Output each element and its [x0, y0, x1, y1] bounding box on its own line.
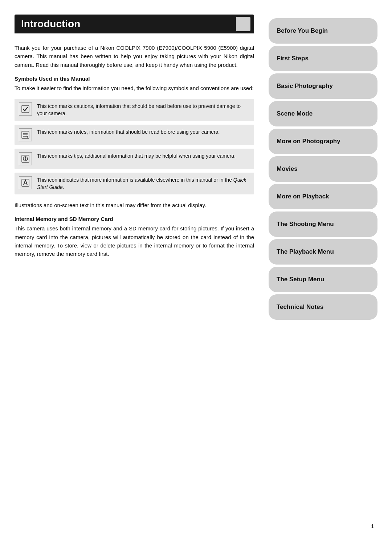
moreinfo-icon: [19, 176, 32, 189]
icon-row-notes: This icon marks notes, information that …: [15, 125, 254, 145]
intro-text: Thank you for your purchase of a Nikon C…: [15, 44, 254, 69]
nav-item-first-steps[interactable]: First Steps: [269, 46, 377, 71]
memory-body: This camera uses both internal memory an…: [15, 224, 254, 258]
nav-item-more-on-photography[interactable]: More on Photography: [269, 129, 377, 154]
icon-row-tips: This icon marks tips, additional informa…: [15, 149, 254, 169]
icon-row-moreinfo: This icon indicates that more informatio…: [15, 173, 254, 195]
tips-icon: [19, 152, 32, 165]
icon-row-caution: This icon marks cautions, information th…: [15, 99, 254, 121]
page-number: 1: [371, 523, 374, 529]
nav-item-movies[interactable]: Movies: [269, 156, 377, 182]
nav-item-playback-menu[interactable]: The Playback Menu: [269, 239, 377, 265]
left-column: Introduction Thank you for your purchase…: [15, 15, 258, 525]
caution-icon: [19, 102, 32, 116]
svg-point-7: [25, 157, 26, 158]
nav-item-setup-menu[interactable]: The Setup Menu: [269, 267, 377, 292]
nav-item-shooting-menu[interactable]: The Shooting Menu: [269, 211, 377, 237]
moreinfo-text: This icon indicates that more informatio…: [37, 176, 250, 191]
page: Introduction Thank you for your purchase…: [0, 0, 392, 540]
nav-item-technical-notes[interactable]: Technical Notes: [269, 294, 377, 320]
symbols-body: To make it easier to find the informatio…: [15, 84, 254, 92]
caution-text: This icon marks cautions, information th…: [37, 102, 250, 117]
nav-item-more-on-playback[interactable]: More on Playback: [269, 184, 377, 209]
illustrations-note: Illustrations and on-screen text in this…: [15, 201, 254, 209]
right-column-nav: Before You Begin First Steps Basic Photo…: [269, 15, 377, 525]
symbols-title: Symbols Used in this Manual: [15, 76, 254, 82]
memory-title: Internal Memory and SD Memory Card: [15, 216, 254, 222]
tips-text: This icon marks tips, additional informa…: [37, 152, 250, 160]
notes-text: This icon marks notes, information that …: [37, 128, 250, 136]
page-title: Introduction: [15, 15, 254, 33]
nav-item-basic-photography[interactable]: Basic Photography: [269, 73, 377, 99]
nav-item-scene-mode[interactable]: Scene Mode: [269, 101, 377, 126]
notes-icon: [19, 128, 32, 141]
nav-item-before-you-begin[interactable]: Before You Begin: [269, 18, 377, 44]
icon-rows: This icon marks cautions, information th…: [15, 99, 254, 194]
